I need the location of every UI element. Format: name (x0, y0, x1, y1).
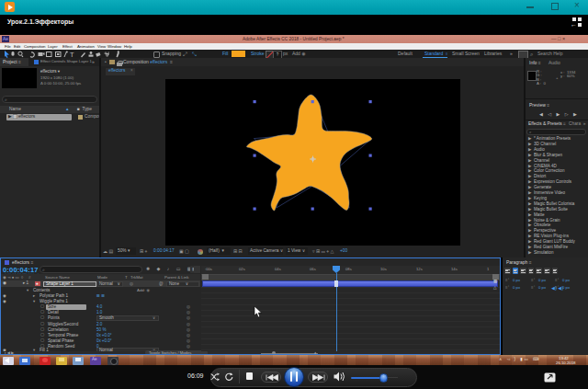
svg-text:T: T (70, 51, 74, 58)
